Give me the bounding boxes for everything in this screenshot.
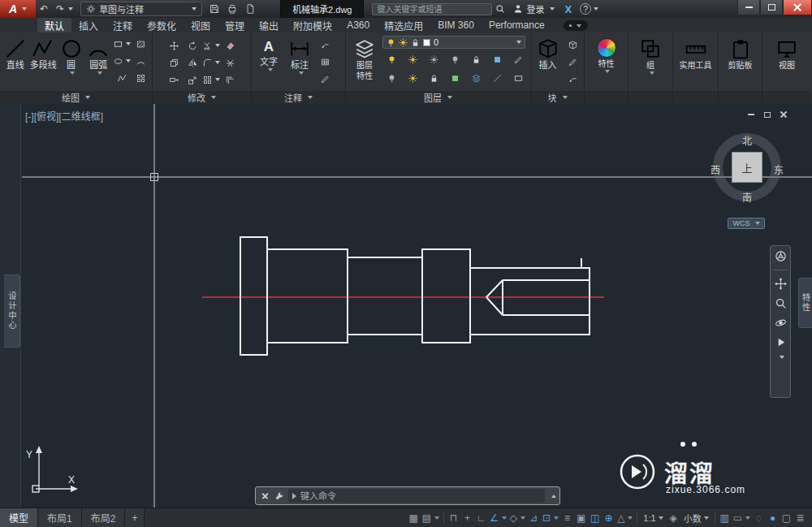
designcenter-palette-tab[interactable]: 设计中心 — [4, 274, 20, 348]
layer-tool-2[interactable] — [404, 70, 421, 86]
search-icon[interactable] — [495, 4, 505, 14]
command-close-button[interactable] — [259, 490, 270, 502]
tab-a360[interactable]: A360 — [339, 18, 377, 32]
hatch-button[interactable] — [132, 36, 149, 52]
layer-freeze-button[interactable] — [425, 51, 443, 67]
layer-tool-7[interactable] — [509, 70, 527, 86]
tab-addins[interactable]: 附加模块 — [286, 18, 339, 32]
ui-lock-toggle[interactable]: ▭ — [732, 510, 752, 526]
explode-button[interactable] — [221, 54, 239, 71]
units-control[interactable]: 小数 — [680, 512, 712, 525]
object-snap-toggle[interactable]: ⊡ — [541, 510, 560, 526]
application-menu-button[interactable]: A — [0, 0, 36, 18]
clean-screen-toggle[interactable]: ▢ — [780, 510, 793, 526]
properties-button[interactable]: 特性 — [588, 34, 625, 89]
annotation-monitor-toggle[interactable]: ◈ — [667, 510, 680, 526]
grid-display-toggle[interactable]: ▦ — [407, 510, 421, 526]
workspace-selector[interactable]: 草图与注释 — [80, 2, 202, 16]
dynamic-input-toggle[interactable]: + — [460, 510, 474, 526]
block-panel-label[interactable]: 块 — [531, 91, 584, 104]
viewcube-top-face[interactable]: 上 — [732, 152, 762, 183]
sign-in-button[interactable]: 登录 — [513, 2, 555, 15]
scale-button[interactable] — [184, 71, 201, 88]
point-array-button[interactable] — [132, 70, 149, 86]
help-button[interactable]: ? — [580, 3, 591, 15]
restore-button[interactable] — [760, 0, 783, 15]
command-history-toggle[interactable] — [551, 495, 556, 498]
layer-lock-button[interactable] — [467, 51, 485, 67]
ellipse-button[interactable] — [113, 53, 131, 69]
arc-button[interactable]: 圆弧 — [85, 34, 111, 89]
layer-tool-6[interactable] — [488, 70, 506, 86]
command-input[interactable] — [300, 491, 541, 501]
save-button[interactable] — [205, 1, 223, 17]
leader-button[interactable] — [316, 37, 334, 53]
object-snap-tracking-toggle[interactable]: ⊿ — [527, 510, 541, 526]
viewcube-south[interactable]: 南 — [740, 190, 754, 204]
isolate-objects-toggle[interactable]: ◌ — [752, 510, 766, 526]
new-layout-tab[interactable]: + — [125, 508, 145, 527]
showmotion-icon[interactable] — [775, 336, 787, 348]
annotation-panel-label[interactable]: 注释 — [252, 91, 345, 104]
tab-insert[interactable]: 插入 — [71, 18, 106, 32]
layout2-tab[interactable]: 布局2 — [82, 508, 126, 527]
layer-isolate-button[interactable] — [404, 51, 421, 67]
viewcube-north[interactable]: 北 — [740, 133, 754, 147]
polar-tracking-toggle[interactable]: ∠ — [488, 510, 508, 526]
infer-constraints-toggle[interactable]: ⊓ — [447, 510, 460, 526]
graphics-performance-toggle[interactable]: ● — [766, 510, 780, 526]
layer-off-button[interactable] — [382, 51, 400, 67]
layer-edit-button[interactable] — [509, 51, 527, 67]
block-attributes-button[interactable] — [564, 71, 581, 87]
modify-panel-label[interactable]: 修改 — [153, 91, 251, 104]
offset-button[interactable] — [221, 71, 239, 88]
clipboard-button[interactable]: 剪贴板 — [722, 34, 759, 89]
ribbon-display-options-button[interactable] — [564, 20, 588, 31]
steering-wheel-icon[interactable] — [775, 250, 787, 262]
layer-tool-3[interactable] — [425, 70, 443, 86]
drawing-close-button[interactable] — [778, 110, 788, 119]
search-input[interactable] — [372, 3, 492, 15]
undo-button[interactable]: ↶ — [36, 1, 52, 17]
command-line[interactable] — [255, 486, 560, 505]
copy-button[interactable] — [165, 54, 183, 71]
rectangle-button[interactable] — [113, 36, 131, 52]
tab-featured-apps[interactable]: 精选应用 — [377, 18, 430, 32]
layer-unisolate-button[interactable] — [446, 51, 464, 67]
pan-icon[interactable] — [775, 278, 787, 290]
erase-button[interactable] — [221, 37, 239, 54]
viewport-controls-label[interactable]: [-][俯视][二维线框] — [25, 109, 103, 123]
transparency-toggle[interactable]: ▣ — [574, 510, 588, 526]
minimize-button[interactable] — [737, 0, 760, 15]
tab-home[interactable]: 默认 — [37, 18, 71, 32]
dimension-button[interactable]: 标注 — [285, 34, 314, 89]
quick-properties-toggle[interactable]: ▥ — [718, 510, 732, 526]
mirror-button[interactable] — [184, 54, 201, 71]
arc-small-button[interactable] — [132, 53, 149, 69]
view-button[interactable]: 视图 — [768, 34, 806, 89]
edit-block-button[interactable] — [564, 54, 581, 70]
gizmo-toggle[interactable]: △ — [615, 510, 634, 526]
exchange-apps-button[interactable]: X — [564, 3, 572, 15]
stretch-button[interactable] — [165, 71, 183, 88]
layer-select-combobox[interactable]: 0 — [382, 36, 525, 49]
layer-tool-1[interactable] — [382, 70, 400, 86]
command-customize-icon[interactable] — [274, 491, 284, 501]
customize-button[interactable]: ≣ — [793, 510, 807, 526]
layer-match-button[interactable] — [488, 51, 506, 67]
tab-annotate[interactable]: 注释 — [106, 18, 140, 32]
spline-button[interactable] — [113, 70, 131, 86]
create-block-button[interactable] — [564, 37, 581, 53]
tab-parametric[interactable]: 参数化 — [140, 18, 184, 32]
layers-panel-label[interactable]: 图层 — [346, 91, 530, 104]
command-input-field[interactable] — [288, 489, 545, 503]
dynamic-ucs-toggle[interactable]: ⊕ — [602, 510, 615, 526]
new-drawing-button[interactable] — [241, 1, 259, 17]
layer-tool-5[interactable] — [467, 70, 485, 86]
document-tab[interactable]: 机械轴承2.dwg — [280, 0, 364, 18]
orbit-icon[interactable] — [775, 317, 787, 329]
annotation-scale-control[interactable]: 1:1 — [640, 513, 666, 523]
markup-button[interactable] — [316, 71, 334, 87]
redo-button[interactable]: ↷ — [52, 1, 77, 17]
isometric-drafting-toggle[interactable]: ◇ — [508, 510, 527, 526]
